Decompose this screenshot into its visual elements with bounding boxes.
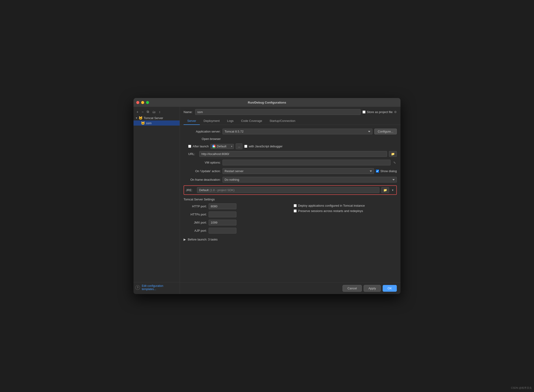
frame-deact-row: On frame deactivation: Do nothing — [183, 177, 397, 182]
browser-more-button[interactable]: ... — [236, 143, 242, 149]
ssm-icon: 🐱 — [141, 121, 145, 125]
app-server-row: Application server: Tomcat 8.5.72 Config… — [183, 129, 397, 134]
show-dialog-checkbox[interactable] — [376, 170, 379, 173]
store-project-label: Store as project file — [367, 110, 393, 114]
watermark: CSDN @程序员戈 — [511, 386, 532, 390]
deploy-apps-checkbox[interactable] — [294, 204, 297, 207]
open-browser-row: Open browser — [183, 137, 397, 141]
chrome-icon — [212, 145, 216, 148]
sidebar: + − ⧉ 🗂 ↕ ▼ 🐱 Tomcat Server 🐱 ssm ? — [133, 107, 180, 294]
jre-folder-button[interactable]: 📁 — [381, 187, 389, 193]
move-config-button[interactable]: 🗂 — [151, 109, 157, 114]
https-port-label: HTTPs port: — [183, 213, 207, 216]
js-debugger-checkbox[interactable] — [244, 145, 247, 148]
tab-code-coverage[interactable]: Code Coverage — [237, 117, 266, 125]
name-label: Name: — [183, 110, 192, 114]
help-button[interactable]: ? — [135, 285, 140, 290]
cancel-button[interactable]: Cancel — [342, 285, 361, 292]
jre-hint-text: (1.8 - project SDK) — [210, 188, 234, 192]
http-port-row: HTTP port: — [183, 203, 287, 209]
jre-default-text: Default — [199, 188, 209, 192]
browser-select-wrap: Default ▾ — [211, 144, 234, 149]
update-action-row: On 'Update' action: Restart server Show … — [183, 168, 397, 174]
before-launch-header[interactable]: ▶ Before launch: 3 tasks — [183, 238, 397, 241]
app-server-select[interactable]: Tomcat 8.5.72 — [223, 129, 372, 134]
tree-group-tomcat[interactable]: ▼ 🐱 Tomcat Server — [133, 115, 180, 121]
url-row: URL: 📁 — [188, 151, 397, 157]
update-action-label: On 'Update' action: — [183, 169, 221, 173]
minimize-button[interactable] — [141, 101, 144, 104]
http-port-label: HTTP port: — [183, 205, 207, 208]
configure-button[interactable]: Configure... — [374, 129, 397, 134]
https-port-row: HTTPs port: — [183, 211, 287, 217]
open-browser-label: Open browser — [183, 137, 221, 141]
before-launch-arrow: ▶ — [183, 238, 186, 241]
js-debugger-label: with JavaScript debugger — [244, 145, 282, 148]
form-area: Application server: Tomcat 8.5.72 Config… — [180, 125, 401, 282]
after-launch-row: After launch Default ▾ ... with JavaScri… — [188, 143, 397, 149]
browser-select[interactable]: Default — [217, 145, 230, 148]
before-launch-section: ▶ Before launch: 3 tasks — [183, 238, 397, 241]
jre-row: JRE: Default (1.8 - project SDK) 📁 ▾ — [183, 185, 397, 195]
config-tree: ▼ 🐱 Tomcat Server 🐱 ssm — [133, 115, 180, 282]
title-bar: Run/Debug Configurations — [133, 98, 401, 107]
after-launch-text: After launch — [193, 145, 209, 148]
bottom-bar: Cancel Apply OK — [180, 282, 401, 294]
sort-config-button[interactable]: ↕ — [158, 109, 162, 114]
main-content: + − ⧉ 🗂 ↕ ▼ 🐱 Tomcat Server 🐱 ssm ? — [133, 107, 401, 294]
tomcat-settings-grid: HTTP port: HTTPs port: JMX port: AJ — [183, 203, 397, 236]
vm-input[interactable] — [223, 160, 391, 165]
name-input[interactable] — [195, 109, 361, 115]
before-launch-label: Before launch: 3 tasks — [188, 238, 218, 241]
remove-config-button[interactable]: − — [141, 109, 145, 114]
https-port-input[interactable] — [209, 211, 236, 217]
app-server-label: Application server: — [183, 130, 221, 133]
gear-icon[interactable]: ⚙ — [394, 110, 397, 114]
tab-deployment[interactable]: Deployment — [200, 117, 223, 125]
frame-deact-select[interactable]: Do nothing — [223, 177, 397, 182]
jre-combo[interactable]: Default (1.8 - project SDK) — [197, 187, 379, 193]
ok-button[interactable]: OK — [383, 285, 397, 292]
window-title: Run/Debug Configurations — [248, 101, 286, 104]
jre-dropdown-button[interactable]: ▾ — [391, 188, 394, 192]
store-project-checkbox[interactable] — [362, 111, 365, 113]
preserve-sessions-label: Preserve sessions across restarts and re… — [294, 209, 397, 213]
url-input[interactable] — [199, 151, 387, 157]
preserve-sessions-text: Preserve sessions across restarts and re… — [298, 209, 363, 213]
jmx-port-input[interactable] — [209, 220, 236, 225]
frame-deact-label: On frame deactivation: — [183, 178, 221, 181]
vm-expand-button[interactable]: ⤡ — [392, 160, 397, 165]
deploy-apps-text: Deploy applications configured in Tomcat… — [298, 204, 365, 207]
apply-button[interactable]: Apply — [364, 285, 381, 292]
ajp-port-input[interactable] — [209, 228, 236, 233]
right-panel: Name: Store as project file ⚙ Server Dep… — [180, 107, 401, 294]
preserve-sessions-checkbox[interactable] — [294, 210, 297, 212]
after-launch-checkbox[interactable] — [188, 145, 191, 148]
jmx-port-label: JMX port: — [183, 221, 207, 224]
tab-startup-connection[interactable]: Startup/Connection — [266, 117, 299, 125]
after-launch-checkbox-label: After launch — [188, 145, 209, 148]
tomcat-icon: 🐱 — [139, 116, 143, 120]
tab-server[interactable]: Server — [183, 117, 200, 125]
edit-templates-link[interactable]: Edit configuration templates... — [142, 284, 178, 291]
copy-config-button[interactable]: ⧉ — [145, 109, 150, 114]
tree-item-label: ssm — [146, 121, 152, 125]
maximize-button[interactable] — [146, 101, 149, 104]
http-port-input[interactable] — [209, 203, 236, 209]
sidebar-footer: ? Edit configuration templates... — [133, 282, 180, 293]
url-folder-button[interactable]: 📁 — [389, 151, 397, 157]
tomcat-checkboxes: Deploy applications configured in Tomcat… — [294, 203, 397, 236]
tree-item-ssm[interactable]: 🐱 ssm — [133, 121, 180, 126]
show-dialog-text: Show dialog — [380, 169, 397, 173]
close-button[interactable] — [136, 101, 139, 104]
tabs-bar: Server Deployment Logs Code Coverage Sta… — [180, 117, 401, 125]
add-config-button[interactable]: + — [135, 109, 140, 114]
js-debugger-text: with JavaScript debugger — [249, 145, 282, 148]
store-project-section: Store as project file ⚙ — [362, 110, 397, 114]
traffic-lights — [136, 101, 149, 104]
dialog-window: Run/Debug Configurations + − ⧉ 🗂 ↕ ▼ 🐱 T… — [133, 98, 401, 294]
tab-logs[interactable]: Logs — [223, 117, 237, 125]
show-dialog-label: Show dialog — [376, 169, 397, 173]
update-action-select[interactable]: Restart server — [223, 168, 374, 174]
vm-row: VM options: ⤡ — [183, 160, 397, 165]
